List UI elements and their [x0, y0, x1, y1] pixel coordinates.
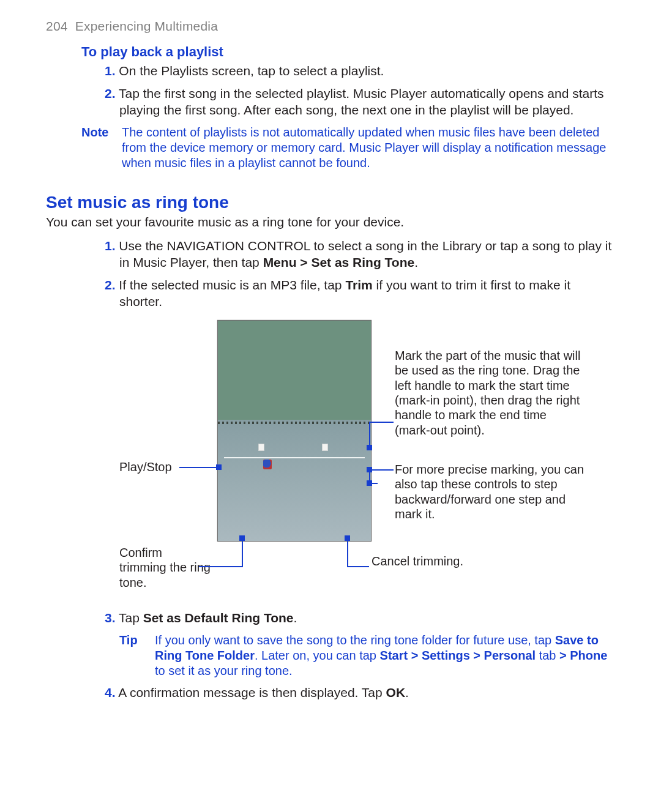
step-text-b: OK: [386, 685, 406, 699]
step-text-c: .: [414, 255, 418, 269]
step-2-2: 2. If the selected music is an MP3 file,…: [119, 277, 615, 310]
callout-cancel: Cancel trimming.: [372, 554, 476, 568]
heading-set-music-ring-tone: Set music as ring tone: [46, 192, 615, 214]
step-text-c: .: [405, 685, 409, 699]
step-text-b: Trim: [345, 278, 372, 292]
note-block: Note The content of playlists is not aut…: [81, 125, 615, 171]
callout-precise: For more precise marking, you can also t…: [395, 462, 584, 522]
leader-line: [369, 422, 370, 446]
waveform-ticks: [218, 422, 371, 424]
tip-body: If you only want to save the song to the…: [155, 633, 615, 679]
step-2-3: 3. Tap Set as Default Ring Tone.: [119, 610, 615, 627]
device-screenshot: [217, 320, 372, 542]
note-body: The content of playlists is not automati…: [122, 125, 615, 171]
step-text: Tap the first song in the selected playl…: [119, 86, 604, 117]
step-1-1: 1. On the Playlists screen, tap to selec…: [119, 63, 615, 80]
leader-anchor: [216, 464, 222, 470]
section-intro: You can set your favourite music as a ri…: [46, 214, 615, 231]
leader-line: [179, 467, 218, 468]
callout-playstop: Play/Stop: [119, 460, 187, 474]
leader-anchor: [367, 445, 372, 450]
play-cursor-icon: [263, 460, 272, 469]
waveform-line: [224, 457, 365, 458]
leader-anchor: [367, 467, 372, 472]
leader-anchor: [239, 535, 245, 541]
leader-line: [369, 422, 394, 423]
step-text-b: Menu > Set as Ring Tone: [263, 255, 415, 269]
step-number: 1.: [105, 64, 116, 78]
leader-anchor: [345, 535, 350, 541]
leader-line: [242, 539, 243, 567]
callout-confirm: Confirm trimming the ring tone.: [119, 545, 211, 590]
mark-in-handle-icon: [258, 444, 264, 451]
trim-diagram: Play/Stop Confirm trimming the ring tone…: [119, 320, 584, 602]
step-2-1: 1. Use the NAVIGATION CONTROL to select …: [119, 238, 615, 271]
step-text-c: .: [294, 611, 297, 625]
step-number: 1.: [105, 239, 116, 253]
step-number: 2.: [105, 278, 116, 292]
leader-line: [199, 566, 243, 567]
tip-label: Tip: [119, 633, 155, 649]
step-2-4: 4. A confirmation message is then displa…: [119, 685, 615, 701]
mark-out-handle-icon: [322, 444, 328, 451]
step-text-a: A confirmation message is then displayed…: [118, 685, 386, 699]
tip-text: tab: [536, 649, 559, 662]
note-label: Note: [81, 125, 122, 141]
step-1-2: 2. Tap the first song in the selected pl…: [119, 86, 615, 119]
leader-line: [369, 469, 394, 471]
callout-mark: Mark the part of the music that will be …: [395, 348, 584, 438]
step-text-b: Set as Default Ring Tone: [143, 611, 294, 625]
step-text-a: If the selected music is an MP3 file, ta…: [119, 278, 345, 292]
leader-line: [347, 566, 369, 567]
running-header: 204 Experiencing Multimedia: [46, 18, 615, 35]
step-number: 2.: [105, 86, 116, 100]
chapter-title: Experiencing Multimedia: [75, 19, 218, 33]
tip-text: Start > Settings > Personal: [380, 649, 536, 662]
heading-play-back-playlist: To play back a playlist: [81, 43, 615, 61]
step-number: 3.: [105, 611, 116, 625]
tip-text: > Phone: [559, 649, 607, 662]
tip-block: Tip If you only want to save the song to…: [119, 633, 615, 679]
leader-line: [347, 539, 348, 567]
tip-text: If you only want to save the song to the…: [155, 633, 555, 647]
step-number: 4.: [105, 685, 116, 699]
leader-anchor: [367, 480, 372, 486]
tip-text: . Later on, you can tap: [255, 649, 380, 662]
tip-text: to set it as your ring tone.: [155, 664, 293, 677]
step-text: On the Playlists screen, tap to select a…: [119, 64, 384, 78]
step-text-a: Tap: [119, 611, 143, 625]
page-number: 204: [46, 19, 68, 33]
